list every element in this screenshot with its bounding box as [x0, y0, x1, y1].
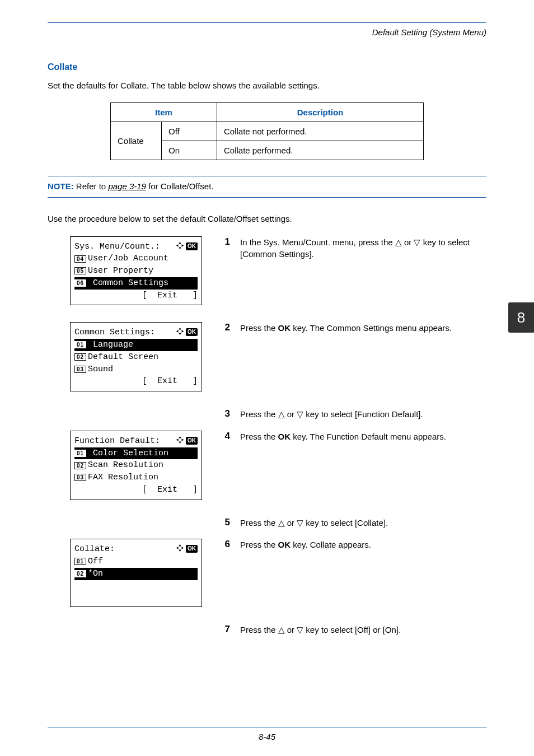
- step-text: Press the OK key. The Function Default m…: [240, 431, 446, 443]
- chapter-tab: 8: [508, 302, 534, 333]
- step-text: Press the △ or ▽ key to select [Off] or …: [240, 624, 401, 636]
- note-text-after: for Collate/Offset.: [146, 181, 214, 191]
- lcd-title: Sys. Menu/Count.:: [74, 241, 160, 253]
- svg-marker-14: [176, 547, 179, 550]
- lcd-item-selected: 01 Color Selection: [74, 447, 198, 460]
- step-number: 6: [220, 539, 230, 551]
- lcd-item: Off: [88, 556, 103, 568]
- lcd-num-icon: 05: [74, 267, 86, 274]
- table-head-item: Item: [111, 103, 217, 122]
- lcd-function-default: Function Default: OK 01 Color Selection …: [70, 431, 202, 500]
- note-box: NOTE: Refer to page 3-19 for Collate/Off…: [48, 176, 486, 198]
- lcd-item-selected: 06 Common Settings: [74, 277, 198, 290]
- lcd-title: Collate:: [74, 543, 115, 556]
- lcd-title: Function Default:: [74, 435, 160, 447]
- intro-text: Set the defaults for Collate. The table …: [48, 80, 486, 91]
- note-page-ref[interactable]: page 3-19: [108, 181, 146, 191]
- svg-marker-3: [182, 244, 184, 247]
- table-cell-item-value: Off: [162, 122, 217, 141]
- nav-ok-icon: OK: [176, 241, 198, 253]
- svg-marker-8: [179, 436, 181, 438]
- lcd-num-icon: 02: [74, 462, 86, 469]
- lcd-num-icon: 02: [74, 353, 86, 361]
- lcd-num-icon: 01: [74, 341, 86, 348]
- svg-marker-4: [179, 328, 181, 330]
- step-number: 4: [220, 431, 230, 443]
- lcd-num-icon: 06: [74, 279, 86, 287]
- lcd-collate: Collate: OK 01 Off 02*On: [70, 539, 202, 607]
- lcd-exit: [ Exit ]: [74, 290, 198, 302]
- nav-ok-icon: OK: [176, 543, 198, 556]
- svg-marker-15: [182, 547, 184, 550]
- lcd-item: Default Screen: [88, 351, 158, 363]
- note-label: NOTE:: [48, 181, 74, 191]
- svg-marker-13: [179, 550, 181, 552]
- step-text: Press the △ or ▽ key to select [Function…: [240, 408, 423, 421]
- procedure-intro: Use the procedure below to set the defau…: [48, 213, 486, 225]
- lcd-common-settings: Common Settings: OK 01 Language 02 Defau…: [70, 322, 202, 391]
- lcd-item-selected: 01 Language: [74, 339, 198, 351]
- lcd-num-icon: 03: [74, 366, 86, 373]
- lcd-sys-menu-count: Sys. Menu/Count.: OK 04 User/Job Account…: [70, 236, 202, 306]
- table-cell-item-value: On: [162, 141, 217, 160]
- lcd-num-icon: 01: [74, 558, 86, 565]
- svg-marker-5: [179, 333, 181, 335]
- page-number: 8-45: [259, 732, 275, 741]
- lcd-item-selected: 02*On: [74, 568, 198, 580]
- svg-marker-1: [179, 247, 181, 249]
- svg-marker-6: [176, 330, 179, 333]
- lcd-exit: [ Exit ]: [74, 484, 198, 496]
- step-number: 2: [220, 322, 230, 334]
- lcd-num-icon: 03: [74, 474, 86, 481]
- lcd-item: Scan Resolution: [88, 459, 163, 472]
- section-heading-collate: Collate: [48, 62, 486, 72]
- lcd-num-icon: 04: [74, 255, 86, 263]
- svg-marker-12: [179, 544, 181, 547]
- lcd-item: User/Job Account: [88, 253, 168, 265]
- svg-marker-11: [182, 438, 184, 441]
- svg-marker-9: [179, 441, 181, 444]
- step-text: In the Sys. Menu/Count. menu, press the …: [240, 236, 486, 261]
- lcd-num-icon: 01: [74, 450, 86, 457]
- table-cell-desc: Collate performed.: [217, 141, 424, 160]
- nav-ok-icon: OK: [176, 435, 198, 447]
- lcd-item: User Property: [88, 265, 153, 277]
- step-text: Press the OK key. Collate appears.: [240, 539, 371, 551]
- step-text: Press the △ or ▽ key to select [Collate]…: [240, 517, 388, 529]
- lcd-item: Sound: [88, 363, 113, 376]
- svg-marker-10: [176, 438, 179, 441]
- step-number: 3: [220, 408, 230, 421]
- svg-marker-0: [179, 241, 181, 244]
- step-number: 1: [220, 236, 230, 261]
- step-number: 5: [220, 517, 230, 529]
- lcd-exit: [ Exit ]: [74, 375, 198, 388]
- lcd-title: Common Settings:: [74, 326, 155, 339]
- breadcrumb: Default Setting (System Menu): [48, 27, 486, 37]
- settings-table: Item Description Collate Off Collate not…: [110, 102, 424, 160]
- nav-ok-icon: OK: [176, 326, 198, 339]
- note-text-before: Refer to: [74, 181, 109, 191]
- table-cell-item-group: Collate: [111, 122, 162, 160]
- svg-marker-2: [176, 244, 179, 247]
- step-text: Press the OK key. The Common Settings me…: [240, 322, 452, 334]
- svg-marker-7: [182, 330, 184, 333]
- table-row: Collate Off Collate not performed.: [111, 122, 424, 141]
- lcd-item: FAX Resolution: [88, 472, 158, 484]
- table-head-desc: Description: [217, 103, 424, 122]
- table-cell-desc: Collate not performed.: [217, 122, 424, 141]
- step-number: 7: [220, 624, 230, 636]
- lcd-num-icon: 02: [74, 570, 86, 577]
